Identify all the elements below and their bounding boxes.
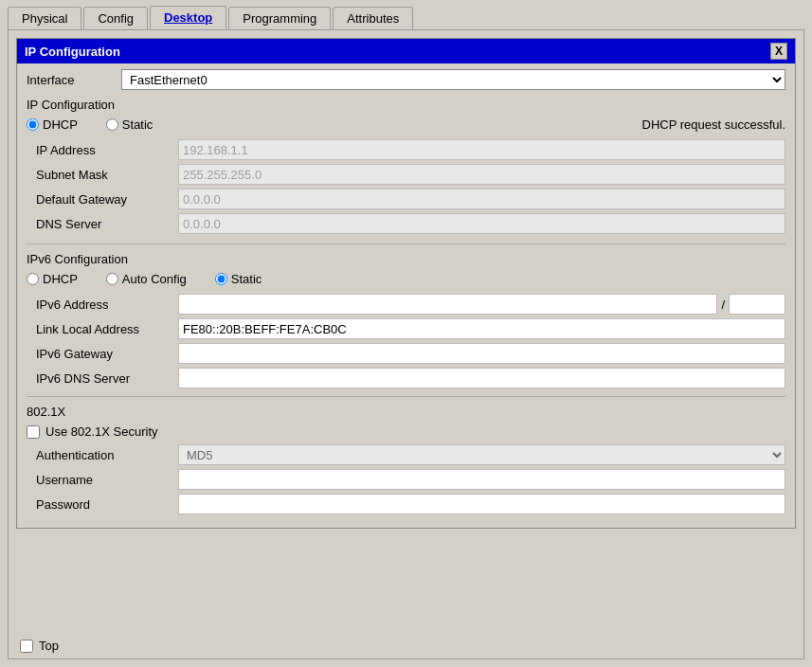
dns-server-input[interactable] (178, 213, 785, 234)
ipv6-static-label: Static (231, 272, 262, 286)
main-panel: IP Configuration X Interface FastEtherne… (8, 29, 804, 659)
ip-config-title: IP Configuration (25, 45, 120, 59)
link-local-label: Link Local Address (27, 322, 178, 336)
close-button[interactable]: X (770, 43, 787, 60)
ip-config-titlebar: IP Configuration X (17, 39, 795, 63)
ipv6-dns-row: IPv6 DNS Server (27, 368, 785, 388)
divider-2 (27, 396, 785, 397)
tab-programming[interactable]: Programming (228, 7, 331, 29)
ipv6-slash: / (717, 297, 729, 312)
tab-bar: Physical Config Desktop Programming Attr… (0, 0, 812, 29)
ipv6-section: IPv6 Configuration DHCP Auto Config (27, 252, 785, 388)
tab-physical[interactable]: Physical (8, 7, 81, 29)
ip-config-body: Interface FastEthernet0 IP Configuration… (17, 63, 795, 528)
dot1x-security-checkbox[interactable] (27, 425, 40, 439)
ip-address-row: IP Address (27, 139, 785, 160)
ipv6-gateway-input[interactable] (178, 343, 785, 364)
username-label: Username (27, 473, 178, 487)
default-gateway-label: Default Gateway (27, 192, 178, 207)
dhcp-status: DHCP request successful. (642, 117, 786, 132)
ipv6-gateway-label: IPv6 Gateway (27, 347, 178, 361)
ipv6-dhcp-radio[interactable] (27, 273, 39, 285)
ip-config-window: IP Configuration X Interface FastEtherne… (16, 38, 796, 529)
tab-attributes[interactable]: Attributes (333, 7, 413, 29)
ipv6-dns-input[interactable] (178, 368, 785, 388)
dns-server-row: DNS Server (27, 213, 785, 234)
ipv4-section: IP Configuration DHCP Static DHCP reques… (27, 98, 785, 234)
ipv6-address-row: IPv6 Address / (27, 294, 785, 315)
password-input[interactable] (178, 494, 785, 514)
ip-address-label: IP Address (27, 143, 178, 157)
ipv4-radio-row: DHCP Static DHCP request successful. (27, 117, 785, 132)
divider-1 (27, 243, 785, 244)
tab-config[interactable]: Config (83, 7, 148, 29)
interface-select[interactable]: FastEthernet0 (121, 69, 785, 90)
top-label: Top (39, 639, 59, 653)
ipv6-static-radio[interactable] (215, 273, 227, 285)
subnet-mask-input[interactable] (178, 164, 785, 185)
username-row: Username (27, 469, 785, 490)
ipv6-address-input[interactable] (178, 294, 717, 315)
ipv4-dhcp-label: DHCP (43, 117, 78, 132)
ipv6-autoconfig-radio-item[interactable]: Auto Config (106, 272, 187, 286)
ipv4-static-radio-item[interactable]: Static (106, 117, 153, 132)
authentication-label: Authentication (27, 448, 178, 462)
subnet-mask-label: Subnet Mask (27, 168, 178, 182)
ipv4-dhcp-radio-item[interactable]: DHCP (27, 117, 78, 132)
authentication-select[interactable]: MD5 (178, 444, 785, 465)
interface-row: Interface FastEthernet0 (27, 69, 785, 90)
top-checkbox[interactable] (20, 640, 33, 653)
dot1x-checkbox-row: Use 802.1X Security (27, 424, 785, 439)
ipv6-dhcp-label: DHCP (43, 272, 78, 286)
ipv6-address-label: IPv6 Address (27, 297, 178, 312)
bottom-bar: Top (9, 633, 70, 658)
default-gateway-row: Default Gateway (27, 189, 785, 209)
app-container: Physical Config Desktop Programming Attr… (0, 0, 812, 667)
ipv6-autoconfig-label: Auto Config (122, 272, 187, 286)
subnet-mask-row: Subnet Mask (27, 164, 785, 185)
ipv6-autoconfig-radio[interactable] (106, 273, 118, 285)
ipv6-static-radio-item[interactable]: Static (215, 272, 262, 286)
link-local-row: Link Local Address (27, 318, 785, 339)
ipv6-dns-label: IPv6 DNS Server (27, 371, 178, 386)
password-row: Password (27, 494, 785, 514)
ipv4-section-label: IP Configuration (27, 98, 785, 112)
ipv4-static-label: Static (122, 117, 153, 132)
ipv6-radio-row: DHCP Auto Config Static (27, 272, 785, 286)
ipv6-section-label: IPv6 Configuration (27, 252, 785, 266)
ipv6-dhcp-radio-item[interactable]: DHCP (27, 272, 78, 286)
password-label: Password (27, 497, 178, 512)
dns-server-label: DNS Server (27, 217, 178, 231)
ipv6-gateway-row: IPv6 Gateway (27, 343, 785, 364)
dot1x-section-label: 802.1X (27, 405, 785, 419)
interface-label: Interface (27, 73, 121, 87)
link-local-input[interactable] (178, 318, 785, 339)
ip-address-input[interactable] (178, 139, 785, 160)
ipv4-dhcp-radio[interactable] (27, 118, 39, 131)
default-gateway-input[interactable] (178, 189, 785, 209)
dot1x-security-label: Use 802.1X Security (45, 424, 158, 439)
username-input[interactable] (178, 469, 785, 490)
tab-desktop[interactable]: Desktop (150, 6, 226, 29)
ipv6-prefix-input[interactable] (729, 294, 785, 315)
ipv4-static-radio[interactable] (106, 118, 118, 131)
dot1x-section: 802.1X Use 802.1X Security Authenticatio… (27, 405, 785, 514)
authentication-row: Authentication MD5 (27, 444, 785, 465)
